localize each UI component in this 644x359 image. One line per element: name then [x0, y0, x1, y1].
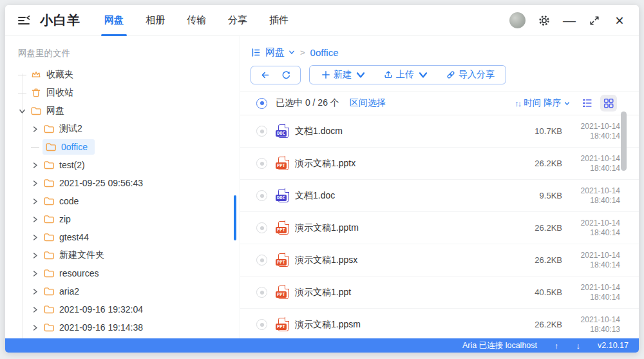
sidebar-item-label: 网盘: [46, 105, 64, 117]
sidebar-item-folder[interactable]: code: [5, 192, 240, 210]
grid-view-button-active[interactable]: [600, 95, 617, 112]
file-row[interactable]: PPT 演示文稿1.pptx 26.2KB 2021-10-1418:40:14: [240, 148, 639, 180]
chevron-right-icon[interactable]: [28, 231, 41, 244]
folder-icon: [43, 304, 55, 315]
file-row[interactable]: PPT 演示文稿1.ppsx 26.2KB 2021-10-1418:40:14: [240, 244, 639, 277]
chevron-right-icon[interactable]: [28, 321, 41, 334]
folder-icon: [43, 286, 55, 297]
select-all-radio[interactable]: [256, 98, 267, 109]
radio-unselected-icon[interactable]: [256, 222, 267, 233]
gear-icon[interactable]: [538, 14, 551, 27]
sidebar-item-folder[interactable]: 2021-09-16 19:32:04: [5, 300, 240, 318]
back-icon[interactable]: [260, 70, 270, 81]
breadcrumb-root[interactable]: 网盘: [265, 46, 285, 59]
toolbar: 新建 上传 导入分享: [251, 65, 639, 84]
aria-connection-status: Aria 已连接 localhost: [462, 340, 537, 351]
breadcrumb: 网盘 > 0office: [251, 45, 639, 59]
sort-control[interactable]: ↑↓ 时间 降序: [515, 97, 570, 109]
chevron-right-icon[interactable]: [28, 249, 41, 262]
chevron-right-icon[interactable]: [28, 285, 41, 298]
close-button[interactable]: ×: [613, 14, 626, 27]
sidebar-item-label: code: [59, 196, 79, 206]
file-size: 9.5KB: [540, 191, 562, 200]
nav-button-group: [251, 66, 301, 84]
ppt-file-icon: PPT: [276, 221, 289, 235]
tab-share[interactable]: 分享: [217, 5, 258, 36]
folder-icon: [43, 267, 55, 279]
sidebar-item-folder[interactable]: 测试2: [5, 120, 240, 138]
ppt-file-icon: PPT: [276, 318, 289, 331]
chevron-right-icon[interactable]: [28, 122, 41, 135]
chevron-down-icon: [418, 70, 428, 80]
file-datetime: 2021-10-1418:40:14: [573, 283, 620, 302]
sidebar-item-folder[interactable]: aria2: [5, 282, 240, 300]
breadcrumb-current[interactable]: 0office: [310, 47, 339, 58]
chevron-down-icon[interactable]: [289, 49, 295, 55]
tree-dash: [31, 147, 39, 148]
collapse-menu-icon[interactable]: [17, 14, 31, 28]
radio-unselected-icon[interactable]: [256, 190, 267, 201]
import-share-button[interactable]: 导入分享: [446, 69, 495, 81]
radio-unselected-icon[interactable]: [256, 126, 267, 137]
chevron-right-icon[interactable]: [28, 213, 41, 226]
chevron-right-icon[interactable]: [28, 195, 41, 208]
chevron-down-icon[interactable]: [15, 104, 28, 117]
radio-unselected-icon[interactable]: [256, 319, 267, 330]
sidebar-item-folder[interactable]: 2021-09-16 19:14:38: [5, 318, 240, 336]
new-button[interactable]: 新建: [321, 69, 366, 81]
chevron-right-icon[interactable]: [28, 159, 41, 171]
avatar[interactable]: [509, 12, 526, 28]
sidebar-item-folder[interactable]: 2021-09-25 09:56:43: [5, 174, 240, 192]
sidebar-item-folder[interactable]: gtest44: [5, 228, 240, 246]
range-select-link[interactable]: 区间选择: [350, 97, 386, 109]
sidebar-header: 网盘里的文件: [18, 48, 240, 59]
sidebar-item-label: 收藏夹: [46, 69, 73, 81]
file-row[interactable]: PPT 演示文稿1.ppt 40.5KB 2021-10-1418:40:14: [240, 277, 639, 309]
upload-speed-arrow-icon[interactable]: ↑: [554, 341, 559, 351]
file-row[interactable]: DOC 文档1.doc 9.5KB 2021-10-1418:40:14: [240, 180, 639, 212]
sidebar-item-0office-selected[interactable]: 0office: [5, 138, 240, 156]
sidebar-item-folder[interactable]: test(2): [5, 156, 240, 174]
tab-album[interactable]: 相册: [135, 5, 176, 36]
file-row[interactable]: DOC 文档1.docm 10.7KB 2021-10-1418:40:14: [240, 115, 639, 148]
chevron-right-icon[interactable]: [28, 303, 41, 316]
ppt-file-icon: PPT: [276, 286, 289, 299]
app-version: v2.10.17: [598, 341, 629, 350]
trash-icon: [30, 87, 42, 99]
sidebar-item-drive-root[interactable]: 网盘: [5, 102, 240, 120]
file-list-scrollbar-thumb[interactable]: [621, 112, 627, 171]
file-size: 40.5KB: [535, 287, 562, 297]
folder-icon: [30, 105, 42, 117]
sidebar-item-folder[interactable]: zip: [5, 210, 240, 228]
sidebar-item-label: 2021-09-16 19:32:04: [59, 304, 143, 315]
file-list: DOC 文档1.docm 10.7KB 2021-10-1418:40:14 P…: [240, 115, 639, 338]
upload-button[interactable]: 上传: [383, 69, 428, 81]
tab-transfer[interactable]: 传输: [176, 5, 217, 36]
chevron-right-icon[interactable]: [28, 177, 41, 189]
refresh-icon[interactable]: [281, 70, 292, 81]
sidebar-item-folder[interactable]: 新建文件夹: [5, 246, 240, 264]
list-view-button[interactable]: [579, 95, 596, 112]
statusbar: Aria 已连接 localhost ↑ ↓ v2.10.17: [5, 338, 639, 353]
sidebar-item-recycle-bin[interactable]: 回收站: [5, 84, 240, 102]
file-name: 文档1.docm: [295, 126, 343, 137]
file-size: 26.2KB: [535, 159, 562, 168]
maximize-icon[interactable]: [588, 14, 601, 27]
folder-icon: [43, 231, 55, 243]
file-row[interactable]: PPT 演示文稿1.ppsm 26.2KB 2021-10-1418:40:13: [240, 309, 639, 338]
tab-drive[interactable]: 网盘: [93, 5, 135, 36]
radio-unselected-icon[interactable]: [256, 255, 267, 266]
radio-unselected-icon[interactable]: [256, 158, 267, 169]
minimize-button[interactable]: —: [563, 14, 576, 27]
sidebar-item-folder-partial[interactable]: [5, 336, 240, 338]
download-speed-arrow-icon[interactable]: ↓: [576, 341, 581, 351]
radio-unselected-icon[interactable]: [256, 287, 267, 298]
chevron-right-icon[interactable]: [28, 267, 41, 280]
sidebar-item-favorites[interactable]: 收藏夹: [5, 66, 240, 84]
file-row[interactable]: PPT 演示文稿1.pptm 26.2KB 2021-10-1418:40:14: [240, 212, 639, 244]
sidebar-scrollbar-thumb[interactable]: [234, 195, 236, 240]
sidebar-item-label: 新建文件夹: [59, 249, 104, 261]
tab-plugins[interactable]: 插件: [258, 5, 299, 36]
ppt-file-icon: PPT: [276, 157, 289, 170]
sidebar-item-folder[interactable]: resources: [5, 264, 240, 282]
